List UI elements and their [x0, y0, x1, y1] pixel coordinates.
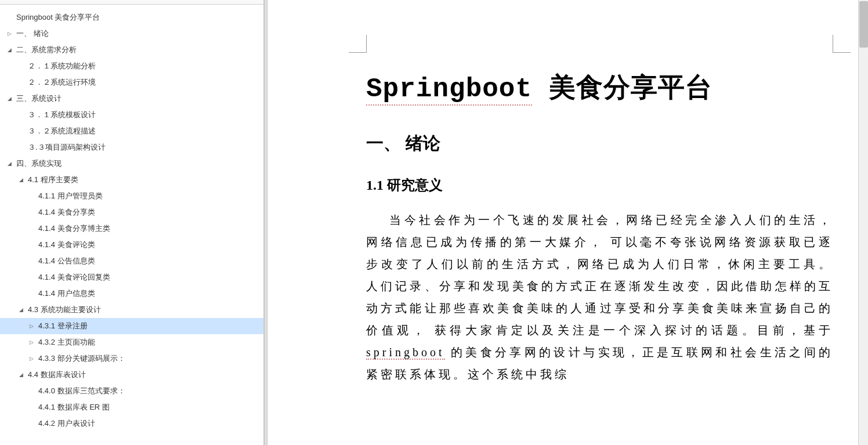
outline-item-label: 4.1 程序主要类	[28, 175, 78, 185]
outline-item-label: 4.3 系统功能主要设计	[28, 305, 101, 315]
outline-item-label: 4.1.4 公告信息类	[38, 256, 95, 266]
title-rest: 美食分享平台	[532, 74, 713, 104]
outline-item[interactable]: ▷一、 绪论	[0, 26, 263, 42]
body-paragraph: 当今社会作为一个飞速的发展社会，网络已经完全渗入人们的生活， 网络信息已成为传播…	[366, 209, 833, 385]
outline-item-label: 4.1.4 美食分享类	[38, 207, 95, 218]
outline-item[interactable]: ▷4.1.4 用户信息类	[0, 285, 263, 302]
outline-item[interactable]: ▷4.3.1 登录注册	[0, 318, 263, 334]
outline-item-label: 4.4.2 用户表设计	[38, 418, 95, 429]
title-first-word: Springboot	[366, 74, 532, 106]
document-title: Springboot 美食分享平台	[366, 70, 833, 106]
outline-item[interactable]: ▷4.3.2 主页面功能	[0, 334, 263, 350]
document-page: Springboot 美食分享平台 一、 绪论 1.1 研究意义 当今社会作为一…	[267, 0, 868, 385]
outline-item-label: 4.1.4 美食评论类	[38, 240, 95, 250]
twisty-icon[interactable]: ▷	[28, 323, 35, 329]
outline-item-label: 4.1.4 美食分享博主类	[38, 223, 110, 234]
twisty-icon[interactable]: ◢	[6, 161, 13, 167]
outline-item-label: ３.３项目源码架构设计	[28, 142, 106, 153]
twisty-icon[interactable]: ▷	[28, 356, 35, 361]
outline-item[interactable]: ◢二、系统需求分析	[0, 42, 263, 58]
twisty-icon[interactable]: ◢	[17, 307, 24, 313]
outline-item[interactable]: ▷4.4.0 数据库三范式要求：	[0, 383, 263, 399]
outline-item[interactable]: ▷4.1.4 公告信息类	[0, 253, 263, 269]
outline-sidebar: ▷Springboot 美食分享平台▷一、 绪论◢二、系统需求分析▷２．１系统功…	[0, 0, 264, 445]
outline-item[interactable]: ▷4.1.4 美食分享博主类	[0, 220, 263, 237]
page-corner-marks	[366, 35, 833, 58]
outline-item-label: ２．２系统运行环境	[28, 77, 96, 88]
outline-item[interactable]: ◢4.3 系统功能主要设计	[0, 302, 263, 318]
twisty-icon[interactable]: ◢	[6, 47, 13, 53]
outline-item[interactable]: ▷4.1.4 美食评论类	[0, 237, 263, 253]
twisty-icon[interactable]: ▷	[28, 339, 35, 345]
outline-item-label: 4.3.1 登录注册	[38, 321, 88, 331]
outline-item[interactable]: ▷３．２系统流程描述	[0, 123, 263, 139]
scroll-thumb[interactable]	[859, 1, 868, 48]
outline-item-label: ３．１系统模板设计	[28, 110, 96, 120]
outline-item-label: 4.1.4 用户信息类	[38, 288, 95, 299]
outline-item-label: ２．１系统功能分析	[28, 61, 96, 71]
vertical-scrollbar[interactable]	[858, 0, 868, 445]
outline-item-label: 一、 绪论	[16, 28, 49, 39]
para-pre: 当今社会作为一个飞速的发展社会，网络已经完全渗入人们的生活， 网络信息已成为传播…	[366, 214, 833, 337]
outline-item-label: 4.4.1 数据库表 ER 图	[38, 402, 110, 413]
outline-item[interactable]: ◢4.4 数据库表设计	[0, 367, 263, 383]
outline-item[interactable]: ▷4.4.2 用户表设计	[0, 415, 263, 432]
twisty-icon[interactable]: ◢	[6, 96, 13, 102]
heading-2: 1.1 研究意义	[366, 176, 833, 194]
outline-item[interactable]: ▷4.1.1 用户管理员类	[0, 188, 263, 204]
outline-item[interactable]: ◢4.1 程序主要类	[0, 172, 263, 188]
outline-item-label: 4.3.3 部分关键源码展示：	[38, 353, 125, 364]
outline-item[interactable]: ▷２．１系统功能分析	[0, 58, 263, 74]
outline-item[interactable]: ▷4.3.3 部分关键源码展示：	[0, 350, 263, 367]
para-keyword: springboot	[366, 346, 445, 360]
twisty-icon[interactable]: ◢	[17, 177, 24, 183]
outline-item-label: 4.1.4 美食评论回复类	[38, 272, 110, 283]
outline-item-label: 四、系统实现	[16, 158, 62, 169]
outline-item[interactable]: ▷4.1.4 美食评论回复类	[0, 269, 263, 285]
outline-item-label: 4.4.0 数据库三范式要求：	[38, 386, 125, 396]
twisty-icon[interactable]: ◢	[17, 372, 24, 378]
outline-item[interactable]: ▷Springboot 美食分享平台	[0, 9, 263, 26]
outline-item-label: ３．２系统流程描述	[28, 126, 96, 136]
outline-item-label: Springboot 美食分享平台	[16, 12, 100, 23]
outline-item[interactable]: ▷4.1.4 美食分享类	[0, 204, 263, 220]
outline-item-label: 4.4 数据库表设计	[28, 370, 86, 380]
outline-item[interactable]: ◢四、系统实现	[0, 155, 263, 172]
outline-item-label: 4.3.2 主页面功能	[38, 337, 95, 348]
outline-item-label: 4.1.1 用户管理员类	[38, 191, 103, 201]
outline-item[interactable]: ◢三、系统设计	[0, 91, 263, 107]
outline-item[interactable]: ▷３．１系统模板设计	[0, 107, 263, 123]
outline-item-label: 三、系统设计	[16, 93, 62, 104]
outline-item[interactable]: ▷３.３项目源码架构设计	[0, 139, 263, 155]
sidebar-tabs	[0, 0, 263, 5]
twisty-icon[interactable]: ▷	[6, 31, 13, 37]
outline-item-label: 二、系统需求分析	[16, 45, 77, 55]
outline-item[interactable]: ▷4.4.1 数据库表 ER 图	[0, 399, 263, 415]
heading-1: 一、 绪论	[366, 132, 833, 155]
outline-tree: ▷Springboot 美食分享平台▷一、 绪论◢二、系统需求分析▷２．１系统功…	[0, 5, 263, 445]
outline-item[interactable]: ▷２．２系统运行环境	[0, 74, 263, 91]
document-area: Springboot 美食分享平台 一、 绪论 1.1 研究意义 当今社会作为一…	[267, 0, 868, 445]
